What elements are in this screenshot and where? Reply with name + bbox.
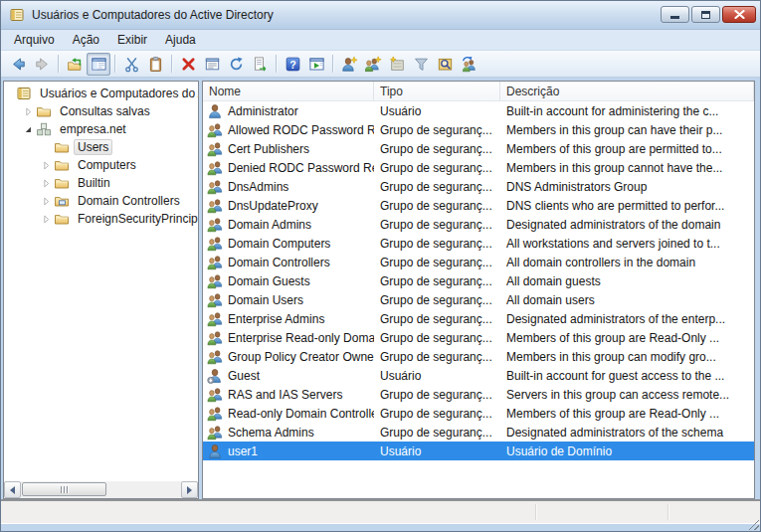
group-icon <box>207 311 223 327</box>
list-row-schema-admins[interactable]: Schema AdminsGrupo de seguranç...Designa… <box>203 423 754 442</box>
group-icon <box>207 198 223 214</box>
expander-collapsed-icon[interactable] <box>20 103 36 119</box>
paste-button[interactable] <box>143 53 167 76</box>
list-row-denied-rodc-password-repl[interactable]: Denied RODC Password Repl...Grupo de seg… <box>203 158 754 177</box>
list-row-group-policy-creator-owners[interactable]: Group Policy Creator OwnersGrupo de segu… <box>203 347 754 366</box>
tree-item-usuarios-e-computadores-do-ac[interactable]: Usuários e Computadores do Ac <box>4 85 198 102</box>
scroll-right-icon <box>187 486 192 494</box>
delete-button[interactable] <box>176 53 200 76</box>
expander-collapsed-icon[interactable] <box>38 193 54 209</box>
tree-item-foreignsecurityprincipals[interactable]: ForeignSecurityPrincipals <box>4 210 198 228</box>
back-button[interactable] <box>6 53 30 76</box>
menu-exibir[interactable]: Exibir <box>108 31 156 49</box>
row-name: Domain Guests <box>228 274 310 288</box>
menu-ajuda[interactable]: Ajuda <box>156 31 205 49</box>
scrollbar-track[interactable] <box>21 481 181 498</box>
statusbar-separator <box>667 504 668 520</box>
row-name: Domain Users <box>228 293 303 307</box>
expander-collapsed-icon[interactable] <box>38 157 54 173</box>
new-user-button[interactable] <box>337 53 361 76</box>
maximize-button[interactable] <box>691 6 720 23</box>
new-ou-button[interactable] <box>385 53 409 76</box>
bottom-frame <box>1 524 760 531</box>
tree-item-empresa-net[interactable]: empresa.net <box>4 120 198 138</box>
column-header-descricao[interactable]: Descrição <box>500 82 754 100</box>
cell-name: Cert Publishers <box>203 141 374 157</box>
cell-type: Grupo de seguranç... <box>374 199 500 213</box>
list-row-ras-and-ias-servers[interactable]: RAS and IAS ServersGrupo de seguranç...S… <box>203 385 754 404</box>
list-row-administrator[interactable]: AdministratorUsuárioBuilt-in account for… <box>203 101 754 120</box>
refresh-button[interactable] <box>224 53 248 76</box>
list-row-dnsadmins[interactable]: DnsAdminsGrupo de seguranç...DNS Adminis… <box>203 177 754 196</box>
scroll-right-button[interactable] <box>181 481 198 498</box>
up-level-icon <box>67 56 84 73</box>
cell-type: Grupo de seguranç... <box>374 123 500 137</box>
forward-button[interactable] <box>30 53 54 76</box>
list-row-domain-users[interactable]: Domain UsersGrupo de seguranç...All doma… <box>203 290 754 309</box>
list-row-domain-computers[interactable]: Domain ComputersGrupo de seguranç...All … <box>203 234 754 253</box>
properties-button[interactable] <box>200 53 224 76</box>
find-button[interactable] <box>433 53 457 76</box>
folder-icon <box>54 175 70 191</box>
menu-arquivo[interactable]: Arquivo <box>5 31 64 49</box>
help-icon <box>285 56 301 73</box>
group-icon <box>207 406 223 422</box>
list-row-domain-admins[interactable]: Domain AdminsGrupo de seguranç...Designa… <box>203 215 754 234</box>
list-row-dnsupdateproxy[interactable]: DnsUpdateProxyGrupo de seguranç...DNS cl… <box>203 196 754 215</box>
tree-item-users[interactable]: Users <box>4 138 198 156</box>
list-row-enterprise-read-only-domai[interactable]: Enterprise Read-only Domai...Grupo de se… <box>203 328 754 347</box>
row-name: Cert Publishers <box>228 142 309 156</box>
list-row-guest[interactable]: GuestUsuárioBuilt-in account for guest a… <box>203 366 754 385</box>
cell-type: Grupo de seguranç... <box>374 350 500 364</box>
menu-bar: ArquivoAçãoExibirAjuda <box>1 30 760 51</box>
expander-collapsed-icon[interactable] <box>38 175 54 191</box>
cell-name: DnsAdmins <box>203 179 374 195</box>
tree-item-builtin[interactable]: Builtin <box>4 174 198 192</box>
new-group-button[interactable] <box>361 53 385 76</box>
new-window-button[interactable] <box>304 53 328 76</box>
list-row-enterprise-admins[interactable]: Enterprise AdminsGrupo de seguranç...Des… <box>203 309 754 328</box>
scroll-left-button[interactable] <box>4 481 21 498</box>
export-list-button[interactable] <box>248 53 272 76</box>
cell-description: Designated administrators of the domain <box>500 218 754 232</box>
cell-name: Domain Guests <box>203 273 374 289</box>
list-row-domain-controllers[interactable]: Domain ControllersGrupo de seguranç...Al… <box>203 253 754 271</box>
row-name: Administrator <box>228 104 298 118</box>
expander-collapsed-icon[interactable] <box>38 211 54 227</box>
help-button[interactable] <box>281 53 304 76</box>
column-header-nome[interactable]: Nome <box>203 82 374 100</box>
console-tree-button[interactable] <box>87 53 110 76</box>
column-header-tipo[interactable]: Tipo <box>374 82 500 100</box>
cell-name: Schema Admins <box>203 425 374 441</box>
cell-description: All domain users <box>500 293 754 307</box>
row-name: Domain Computers <box>228 237 330 251</box>
list-row-domain-guests[interactable]: Domain GuestsGrupo de seguranç...All dom… <box>203 271 754 290</box>
row-name: Domain Controllers <box>228 256 330 269</box>
tree-item-computers[interactable]: Computers <box>4 156 198 174</box>
list-row-cert-publishers[interactable]: Cert PublishersGrupo de seguranç...Membe… <box>203 139 754 158</box>
menu-acao[interactable]: Ação <box>64 31 108 49</box>
close-button[interactable] <box>722 6 756 23</box>
cut-button[interactable] <box>119 53 143 76</box>
filter-button[interactable] <box>409 53 433 76</box>
filter-icon <box>413 56 430 73</box>
minimize-button[interactable] <box>661 6 689 23</box>
horizontal-scrollbar[interactable] <box>4 481 198 498</box>
change-user-button[interactable] <box>457 53 480 76</box>
tree: Usuários e Computadores do AcConsultas s… <box>4 82 198 228</box>
tri-collapsed-icon <box>41 196 52 207</box>
scrollbar-thumb[interactable] <box>22 482 106 496</box>
statusbar-separator <box>535 504 536 520</box>
paste-icon <box>147 56 164 73</box>
user-icon <box>207 103 223 119</box>
list-row-user1[interactable]: user1UsuárioUsuário de Domínio <box>203 442 754 460</box>
tri-expanded-icon <box>23 124 34 135</box>
title-bar[interactable]: Usuários e Computadores do Active Direct… <box>1 1 760 30</box>
expander-expanded-icon[interactable] <box>20 121 36 137</box>
up-level-button[interactable] <box>63 53 87 76</box>
list-row-read-only-domain-controllers[interactable]: Read-only Domain ControllersGrupo de seg… <box>203 404 754 423</box>
tree-item-domain-controllers[interactable]: Domain Controllers <box>4 192 198 210</box>
list-row-allowed-rodc-password-re[interactable]: Allowed RODC Password Re...Grupo de segu… <box>203 120 754 139</box>
app-icon <box>9 7 25 23</box>
tree-item-consultas-salvas[interactable]: Consultas salvas <box>4 102 198 120</box>
